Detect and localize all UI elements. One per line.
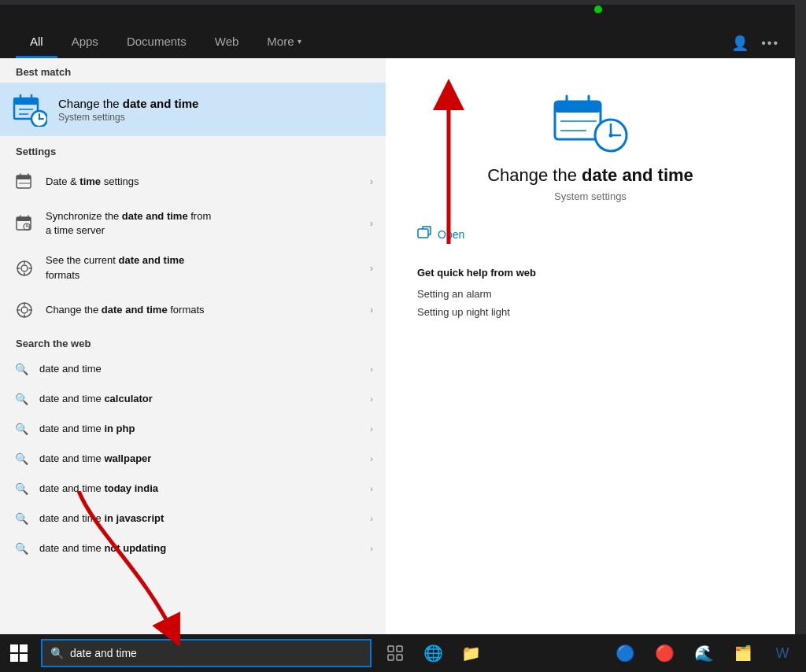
start-button[interactable]: [0, 634, 38, 672]
settings-item-date-time[interactable]: Date & time settings ›: [0, 162, 386, 201]
formats-icon: [13, 257, 36, 280]
tab-apps[interactable]: Apps: [57, 27, 113, 58]
edge-button[interactable]: 🌊: [686, 634, 721, 672]
taskbar-search-icon: 🔍: [50, 647, 64, 659]
svg-rect-48: [20, 654, 28, 662]
user-icon[interactable]: 👤: [731, 35, 749, 52]
chevron-right-web-icon: ›: [370, 364, 373, 374]
chevron-right-web-icon-3: ›: [370, 424, 373, 434]
tab-all-label: All: [30, 35, 43, 48]
chevron-right-icon-3: ›: [370, 263, 373, 274]
svg-rect-50: [397, 646, 402, 652]
quick-link-alarm[interactable]: Setting an alarm: [417, 288, 492, 300]
best-match-label: Best match: [0, 58, 386, 83]
tab-documents-label: Documents: [127, 35, 187, 48]
settings-item-change-formats-text: Change the date and time formats: [46, 303, 360, 317]
open-label: Open: [438, 228, 464, 241]
svg-rect-49: [388, 646, 394, 652]
chevron-right-icon: ›: [370, 176, 373, 187]
main-content: Best match: [0, 58, 795, 634]
web-search-calculator-text: date and time calculator: [39, 393, 360, 404]
tab-more[interactable]: More ▾: [253, 27, 315, 58]
web-search-item-notupdating[interactable]: 🔍 date and time not updating ›: [0, 534, 386, 563]
svg-point-27: [21, 307, 28, 313]
svg-rect-45: [10, 644, 18, 652]
settings-item-sync-text: Synchronize the date and time froma time…: [46, 209, 360, 238]
calendar-settings-icon: [13, 170, 36, 194]
search-icon-3: 🔍: [13, 420, 30, 438]
result-large-icon: [551, 90, 630, 153]
search-icon-5: 🔍: [13, 480, 30, 497]
web-search-label: Search the web: [0, 330, 386, 354]
chevron-right-web-icon-7: ›: [370, 544, 373, 553]
web-search-item-php[interactable]: 🔍 date and time in php ›: [0, 414, 386, 444]
result-subtitle: System settings: [554, 190, 627, 202]
folder-button[interactable]: 🗂️: [726, 634, 760, 672]
file-explorer-button[interactable]: 📁: [453, 634, 488, 672]
web-search-javascript-text: date and time in javascript: [39, 512, 360, 524]
search-icon-6: 🔍: [13, 510, 30, 527]
search-icon-7: 🔍: [13, 540, 30, 557]
tab-documents[interactable]: Documents: [113, 27, 201, 58]
taskbar-search-bar[interactable]: 🔍: [41, 639, 372, 667]
edge-browser-button[interactable]: 🌐: [416, 634, 450, 672]
taskbar-right: 🔵 🔴 🌊 🗂️ W: [608, 634, 806, 672]
quick-link-nightlight[interactable]: Setting up night light: [417, 306, 510, 318]
left-panel: Best match: [0, 58, 386, 634]
web-search-item-calculator[interactable]: 🔍 date and time calculator ›: [0, 384, 386, 414]
svg-point-21: [21, 265, 28, 271]
sync-icon: [13, 212, 36, 235]
open-button[interactable]: Open: [417, 226, 464, 243]
web-search-item-basic[interactable]: 🔍 date and time ›: [0, 354, 386, 384]
more-options-icon[interactable]: •••: [761, 36, 779, 50]
svg-point-41: [609, 134, 613, 138]
web-search-php-text: date and time in php: [39, 423, 360, 434]
best-match-item[interactable]: Change the date and time System settings: [0, 83, 386, 136]
tab-apps-label: Apps: [72, 35, 98, 48]
search-icon: 🔍: [13, 360, 30, 378]
chevron-right-web-icon-5: ›: [370, 484, 373, 493]
settings-item-formats-text: See the current date and timeformats: [46, 253, 360, 282]
taskbar-items: 🌐 📁: [378, 634, 488, 672]
task-view-button[interactable]: [378, 634, 412, 672]
nav-bar: All Apps Documents Web More ▾ 👤 •••: [0, 5, 795, 58]
chrome-button[interactable]: 🔵: [608, 634, 642, 672]
start-menu: All Apps Documents Web More ▾ 👤 ••• Best…: [0, 5, 795, 634]
open-icon: [417, 226, 431, 243]
svg-rect-52: [397, 655, 402, 660]
green-status-dot: [594, 6, 602, 13]
web-search-item-india[interactable]: 🔍 date and time today india ›: [0, 474, 386, 504]
chevron-right-icon-2: ›: [370, 218, 373, 229]
word-button[interactable]: W: [765, 634, 800, 672]
chevron-right-icon-4: ›: [370, 305, 373, 316]
settings-item-change-formats[interactable]: Change the date and time formats ›: [0, 290, 386, 330]
taskbar: 🔍 🌐 📁 🔵 🔴 🌊 🗂️ W: [0, 634, 806, 672]
tab-all[interactable]: All: [16, 27, 57, 58]
settings-section-label: Settings: [0, 138, 386, 162]
svg-rect-51: [388, 655, 394, 660]
settings-item-sync[interactable]: Synchronize the date and time froma time…: [0, 201, 386, 246]
taskbar-search-input[interactable]: [70, 647, 362, 659]
svg-rect-42: [418, 229, 428, 238]
change-formats-icon: [13, 298, 36, 322]
best-match-text: Change the date and time System settings: [58, 97, 373, 123]
tab-web[interactable]: Web: [201, 27, 253, 58]
result-title: Change the date and time: [487, 165, 693, 186]
search-icon-2: 🔍: [13, 390, 30, 408]
chevron-right-web-icon-6: ›: [370, 514, 373, 523]
svg-rect-47: [10, 654, 18, 662]
chevron-right-web-icon-2: ›: [370, 394, 373, 404]
opera-button[interactable]: 🔴: [647, 634, 682, 672]
best-match-subtitle: System settings: [58, 112, 373, 123]
settings-item-formats[interactable]: See the current date and timeformats ›: [0, 246, 386, 290]
svg-rect-46: [20, 644, 28, 652]
web-search-item-javascript[interactable]: 🔍 date and time in javascript ›: [0, 504, 386, 534]
quick-help-title: Get quick help from web: [417, 267, 536, 279]
web-search-wallpaper-text: date and time wallpaper: [39, 452, 360, 464]
settings-item-date-time-text: Date & time settings: [46, 175, 360, 189]
best-match-title: Change the date and time: [58, 97, 373, 110]
tab-web-label: Web: [215, 35, 239, 48]
svg-rect-1: [14, 98, 38, 105]
web-search-item-wallpaper[interactable]: 🔍 date and time wallpaper ›: [0, 444, 386, 474]
web-search-basic-text: date and time: [39, 363, 360, 375]
